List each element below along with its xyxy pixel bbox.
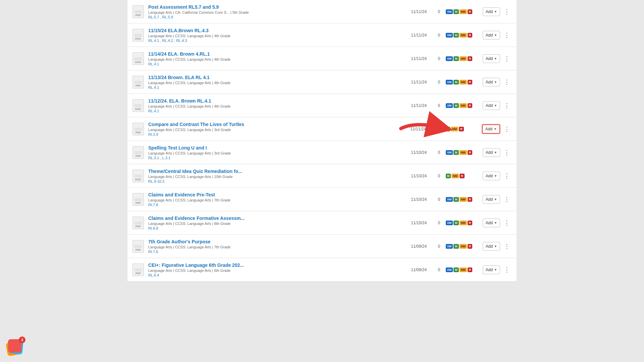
more-options-button[interactable]: ⋮ <box>502 242 512 251</box>
item-title[interactable]: Claims and Evidence Pre-Test <box>148 192 406 197</box>
more-options-button[interactable]: ⋮ <box>502 125 512 133</box>
file-icon-box: DOC <box>132 52 144 65</box>
item-meta: Language Arts | CCSS: Language Arts | 3r… <box>148 128 405 132</box>
file-icon: PDF <box>132 193 144 206</box>
badge-nm: NM <box>460 197 467 202</box>
add-button[interactable]: Add▼ <box>483 172 500 180</box>
item-badges: XMMNMR <box>446 197 483 202</box>
item-actions: Add▼⋮ <box>483 101 512 110</box>
item-meta: Language Arts | CCSS: Language Arts | 10… <box>148 175 406 179</box>
item-badges: XMMNMR <box>446 80 483 84</box>
item-title[interactable]: 11/12/24. ELA. Brown RL.4.1 <box>148 98 406 104</box>
file-line-1 <box>135 11 142 11</box>
item-info: Post Assessment RL5.7 and 5.9Language Ar… <box>148 4 406 19</box>
item-meta: Language Arts | CCSS: Language Arts | 8t… <box>148 222 406 226</box>
file-line-1 <box>135 58 142 58</box>
ellipsis-icon: ⋮ <box>504 32 510 39</box>
item-date: 11/11/24 <box>406 33 432 38</box>
item-info: CEI+: Figurative Language 6th Grade 202.… <box>148 262 406 277</box>
dropdown-arrow-icon: ▼ <box>494 127 497 131</box>
list-row: PDF CEI+: Figurative Language 6th Grade … <box>127 258 517 282</box>
add-button[interactable]: Add▼ <box>483 7 500 16</box>
more-options-button[interactable]: ⋮ <box>502 195 512 204</box>
item-meta: Language Arts | CCSS: Language Arts | 4t… <box>148 81 406 85</box>
dropdown-arrow-icon: ▼ <box>494 198 497 201</box>
item-count: 0 <box>432 103 446 108</box>
add-button[interactable]: Add▼ <box>483 242 500 251</box>
item-standards: RL.5.7 , RL.5.9 <box>148 15 406 19</box>
badge-nm: NM <box>451 174 459 178</box>
more-options-button[interactable]: ⋮ <box>502 219 512 227</box>
add-button[interactable]: Add▼ <box>482 124 500 134</box>
item-title[interactable]: 11/13/24 Brown. ELA RL 4.1 <box>148 75 406 80</box>
add-button[interactable]: Add▼ <box>483 78 500 86</box>
badge-xm: XM <box>446 150 453 155</box>
badge-m: M <box>453 150 459 155</box>
item-title[interactable]: CEI+: Figurative Language 6th Grade 202.… <box>148 262 406 268</box>
more-options-button[interactable]: ⋮ <box>502 148 512 157</box>
ellipsis-icon: ⋮ <box>504 220 510 226</box>
more-options-button[interactable]: ⋮ <box>502 265 512 274</box>
badge-r: R <box>468 197 473 202</box>
item-title[interactable]: Post Assessment RL5.7 and 5.9 <box>148 4 406 10</box>
add-button[interactable]: Add▼ <box>483 265 500 274</box>
file-type-label: PDF <box>136 14 141 17</box>
file-icon-box: PDF <box>132 5 144 18</box>
item-title[interactable]: 11/14/24 ELA. Brown 4.RL.1 <box>148 51 406 57</box>
ellipsis-icon: ⋮ <box>504 126 510 132</box>
badge-xm: XM <box>446 9 453 14</box>
file-icon-box: DOC <box>132 170 144 182</box>
row-wrapper-row-6: PDF Compare and Contrast The Lives of Tu… <box>127 117 517 141</box>
item-actions: Add▼⋮ <box>483 7 512 16</box>
badge-m: M <box>453 244 459 249</box>
dropdown-arrow-icon: ▼ <box>494 10 497 13</box>
item-title[interactable]: 7th Grade Author's Purpose <box>148 239 406 244</box>
item-title[interactable]: Claims and Evidence Formative Assessm... <box>148 216 406 221</box>
badge-r: R <box>468 80 473 84</box>
item-actions: Add▼⋮ <box>482 124 512 134</box>
file-line-3 <box>135 200 142 201</box>
item-info: Theme/Central Idea Quiz Remediation fo..… <box>148 169 406 183</box>
item-title[interactable]: Spelling Test Long U and I <box>148 145 406 150</box>
more-options-button[interactable]: ⋮ <box>502 31 512 40</box>
ellipsis-icon: ⋮ <box>504 79 510 85</box>
list-row: PDF Compare and Contrast The Lives of Tu… <box>127 117 517 141</box>
item-info: 7th Grade Author's PurposeLanguage Arts … <box>148 239 406 254</box>
item-actions: Add▼⋮ <box>483 31 512 40</box>
file-line-2 <box>135 176 142 176</box>
file-line-3 <box>135 83 142 83</box>
item-title[interactable]: Theme/Central Idea Quiz Remediation fo..… <box>148 169 406 174</box>
more-options-button[interactable]: ⋮ <box>502 7 512 16</box>
file-icon-box: PDF <box>132 240 144 253</box>
badge-m: M <box>453 80 459 84</box>
item-badges: XMMNMR <box>446 103 483 108</box>
item-info: Spelling Test Long U and ILanguage Arts … <box>148 145 406 160</box>
item-badges: MNMR <box>446 174 483 178</box>
more-options-button[interactable]: ⋮ <box>502 101 512 110</box>
dropdown-arrow-icon: ▼ <box>494 80 497 84</box>
badge-m: M <box>453 197 459 202</box>
item-date: 11/11/24 <box>406 103 432 108</box>
add-button[interactable]: Add▼ <box>483 54 500 63</box>
add-button[interactable]: Add▼ <box>483 195 500 204</box>
badge-m: M <box>453 56 459 61</box>
item-badges: XMMNMR <box>446 33 483 38</box>
more-options-button[interactable]: ⋮ <box>502 172 512 180</box>
add-button[interactable]: Add▼ <box>483 31 500 40</box>
item-actions: Add▼⋮ <box>483 242 512 251</box>
item-standards: RL.4.1 , RL.4.2 , RL.4.3 <box>148 39 406 43</box>
item-title[interactable]: 11/15/24 ELA.Brown RL.4.3 <box>148 28 406 33</box>
more-options-button[interactable]: ⋮ <box>502 78 512 86</box>
item-count: 0 <box>432 174 446 178</box>
add-button[interactable]: Add▼ <box>483 101 500 110</box>
file-line-2 <box>135 153 142 153</box>
add-button[interactable]: Add▼ <box>483 219 500 227</box>
add-button[interactable]: Add▼ <box>483 148 500 157</box>
item-date: 11/09/24 <box>406 267 432 272</box>
more-options-button[interactable]: ⋮ <box>502 54 512 63</box>
list-row: PDF Post Assessment RL5.7 and 5.9Languag… <box>127 0 517 23</box>
file-icon-box: PDF <box>132 217 144 229</box>
item-actions: Add▼⋮ <box>483 265 512 274</box>
item-title[interactable]: Compare and Contrast The Lives of Turtle… <box>148 122 405 127</box>
badge-r: R <box>468 150 473 155</box>
